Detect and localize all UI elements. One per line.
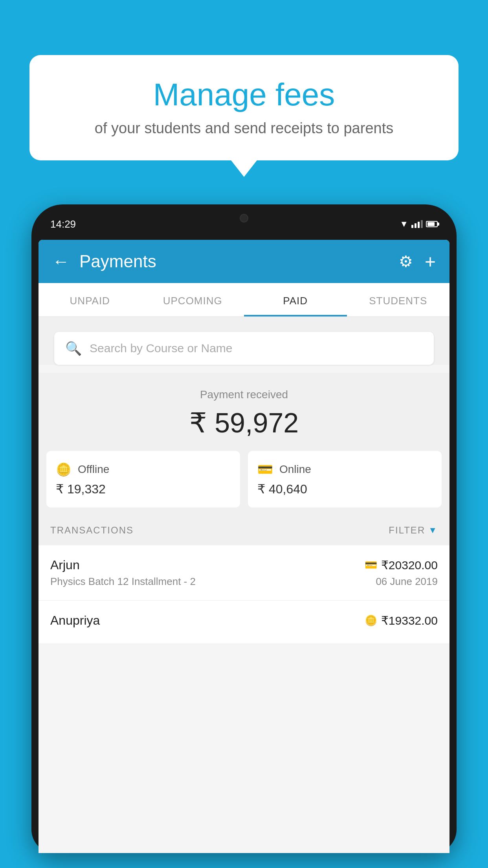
search-bar[interactable]: 🔍 Search by Course or Name bbox=[54, 332, 434, 365]
payment-summary: Payment received ₹ 59,972 bbox=[39, 373, 449, 451]
tab-students[interactable]: STUDENTS bbox=[347, 283, 450, 316]
transaction-name: Anupriya bbox=[50, 613, 100, 628]
speech-bubble-container: Manage fees of your students and send re… bbox=[29, 55, 459, 160]
transaction-amount-container: 🪙 ₹19332.00 bbox=[365, 614, 438, 627]
payment-amount: ₹ 59,972 bbox=[46, 407, 442, 439]
transaction-course: Physics Batch 12 Installment - 2 bbox=[50, 576, 196, 588]
transaction-row[interactable]: Anupriya 🪙 ₹19332.00 bbox=[39, 601, 449, 644]
payment-received-label: Payment received bbox=[46, 388, 442, 401]
phone-notch bbox=[213, 208, 275, 228]
app-content: ← Payments ⚙ + UNPAID UPCOMING bbox=[39, 240, 449, 853]
header-title: Payments bbox=[79, 252, 156, 271]
bubble-subtitle: of your students and send receipts to pa… bbox=[53, 120, 435, 137]
transaction-date: 06 June 2019 bbox=[376, 576, 438, 588]
tab-upcoming[interactable]: UPCOMING bbox=[141, 283, 244, 316]
online-amount: ₹ 40,640 bbox=[257, 482, 432, 497]
search-input-placeholder: Search by Course or Name bbox=[90, 342, 233, 355]
tabs-container: UNPAID UPCOMING PAID STUDENTS bbox=[39, 283, 449, 317]
wifi-icon: ▼ bbox=[400, 219, 408, 229]
header-left: ← Payments bbox=[52, 252, 156, 271]
transactions-header: TRANSACTIONS FILTER ▼ bbox=[39, 515, 449, 545]
online-card: 💳 Online ₹ 40,640 bbox=[248, 451, 442, 508]
app-header: ← Payments ⚙ + bbox=[39, 240, 449, 283]
transaction-amount-container: 💳 ₹20320.00 bbox=[365, 558, 438, 572]
status-icons: ▼ bbox=[400, 219, 438, 229]
bubble-title: Manage fees bbox=[53, 77, 435, 113]
speech-bubble: Manage fees of your students and send re… bbox=[29, 55, 459, 160]
online-label: Online bbox=[279, 463, 311, 476]
tab-paid[interactable]: PAID bbox=[244, 283, 347, 316]
phone: 14:29 ▼ ← bbox=[31, 204, 457, 853]
battery-icon bbox=[426, 221, 438, 227]
transaction-row[interactable]: Arjun 💳 ₹20320.00 Physics Batch 12 Insta… bbox=[39, 545, 449, 601]
payment-method-icon: 💳 bbox=[365, 559, 377, 571]
offline-label: Offline bbox=[78, 463, 109, 476]
settings-icon[interactable]: ⚙ bbox=[399, 252, 413, 270]
transaction-amount: ₹20320.00 bbox=[381, 558, 438, 572]
transaction-name: Arjun bbox=[50, 558, 80, 572]
filter-icon: ▼ bbox=[428, 525, 438, 535]
filter-button[interactable]: FILTER ▼ bbox=[389, 525, 438, 536]
payment-method-icon: 🪙 bbox=[365, 614, 377, 627]
payment-cards: 🪙 Offline ₹ 19,332 💳 Online ₹ 40,640 bbox=[39, 451, 449, 515]
offline-payment-icon: 🪙 bbox=[56, 462, 72, 477]
phone-container: 14:29 ▼ ← bbox=[31, 204, 457, 868]
header-right: ⚙ + bbox=[399, 251, 436, 272]
transaction-amount: ₹19332.00 bbox=[381, 614, 438, 627]
search-icon: 🔍 bbox=[65, 340, 82, 356]
signal-bars bbox=[411, 220, 423, 228]
offline-card: 🪙 Offline ₹ 19,332 bbox=[46, 451, 240, 508]
tab-unpaid[interactable]: UNPAID bbox=[39, 283, 141, 316]
add-button[interactable]: + bbox=[425, 251, 436, 272]
online-payment-icon: 💳 bbox=[257, 462, 273, 477]
transactions-section-label: TRANSACTIONS bbox=[50, 525, 134, 536]
status-time: 14:29 bbox=[50, 218, 76, 230]
offline-amount: ₹ 19,332 bbox=[56, 482, 231, 497]
background: Manage fees of your students and send re… bbox=[0, 0, 488, 868]
back-button[interactable]: ← bbox=[52, 252, 70, 271]
camera-dot bbox=[240, 214, 248, 223]
status-bar: 14:29 ▼ bbox=[39, 208, 449, 240]
